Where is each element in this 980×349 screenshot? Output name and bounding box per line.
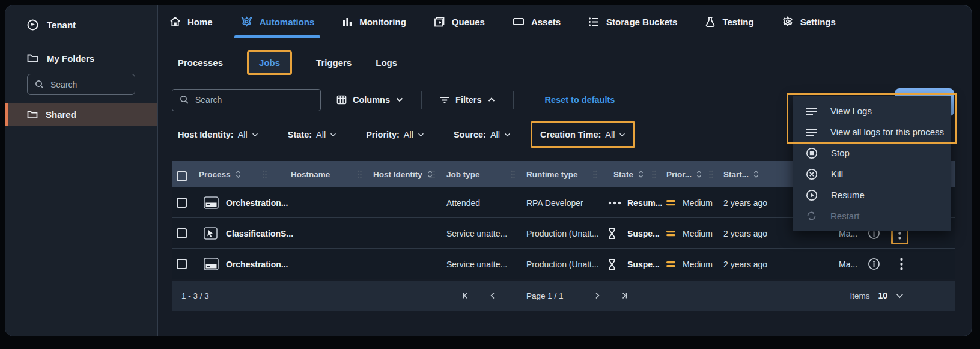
folder-icon xyxy=(27,53,38,63)
toolbar-divider xyxy=(513,91,514,109)
jobs-search-box[interactable] xyxy=(172,89,321,111)
sidebar-item-shared-folder[interactable]: Shared xyxy=(5,103,157,126)
nav-item-monitoring[interactable]: Monitoring xyxy=(342,5,406,38)
column-header-runtime-type[interactable]: Runtime type xyxy=(526,161,578,187)
runtime-type: Production (Unatt... xyxy=(526,218,599,249)
menu-item-view-all-logs[interactable]: View all logs for this process xyxy=(793,121,951,142)
chevron-down-icon xyxy=(619,133,625,137)
process-cursor-icon xyxy=(204,218,218,249)
column-drag-handle[interactable] xyxy=(708,169,714,181)
nav-item-testing[interactable]: Testing xyxy=(705,5,753,38)
search-icon xyxy=(35,80,44,90)
filter-priority[interactable]: Priority: All xyxy=(366,130,424,139)
priority-medium-icon xyxy=(666,249,675,279)
automations-gear-icon xyxy=(240,16,253,28)
table-footer: 1 - 3 / 3 Page 1 / 1 Items 10 xyxy=(172,281,955,311)
chevron-down-icon xyxy=(896,293,904,299)
first-page-button[interactable] xyxy=(462,292,469,299)
job-type: Service unatte... xyxy=(446,218,507,249)
tab-processes[interactable]: Processes xyxy=(178,58,223,68)
top-navigation: Home Automations Monitoring Queues Asset… xyxy=(159,5,972,38)
column-drag-handle[interactable] xyxy=(430,169,436,181)
menu-item-restart[interactable]: Restart xyxy=(793,205,951,226)
sort-icon xyxy=(696,170,702,178)
column-header-state[interactable]: State xyxy=(613,161,644,187)
tab-logs[interactable]: Logs xyxy=(376,58,397,68)
column-header-start-time[interactable]: Start... xyxy=(723,161,759,187)
columns-button[interactable]: Columns xyxy=(336,95,403,105)
nav-item-storage-buckets[interactable]: Storage Buckets xyxy=(588,5,677,38)
filter-value: All xyxy=(404,130,413,139)
menu-item-stop[interactable]: Stop xyxy=(793,142,951,163)
filter-source[interactable]: Source: All xyxy=(454,130,511,139)
select-all-checkbox[interactable] xyxy=(177,171,187,181)
queues-icon xyxy=(434,16,445,28)
info-icon[interactable] xyxy=(868,249,880,279)
kebab-menu-icon[interactable] xyxy=(900,258,903,270)
nav-item-assets[interactable]: Assets xyxy=(513,5,561,38)
next-page-button[interactable] xyxy=(595,292,600,299)
row-checkbox[interactable] xyxy=(177,198,187,208)
row-checkbox[interactable] xyxy=(177,259,187,269)
folder-search-box[interactable] xyxy=(27,74,135,95)
job-type: Service unatte... xyxy=(446,249,507,279)
nav-item-queues[interactable]: Queues xyxy=(434,5,485,38)
nav-label: Monitoring xyxy=(359,17,406,27)
nav-item-home[interactable]: Home xyxy=(169,5,213,38)
column-header-job-type[interactable]: Job type xyxy=(446,161,480,187)
nav-item-settings[interactable]: Settings xyxy=(782,5,836,38)
bar-chart-icon xyxy=(342,17,353,27)
tenant-selector[interactable]: Tenant xyxy=(5,13,157,37)
nav-item-automations[interactable]: Automations xyxy=(240,5,315,38)
chevron-down-icon xyxy=(396,97,403,102)
filter-value: All xyxy=(238,130,248,139)
priority-value: Medium xyxy=(683,218,713,249)
tab-triggers[interactable]: Triggers xyxy=(316,58,352,68)
menu-item-resume[interactable]: Resume xyxy=(793,184,951,205)
jobs-search-input[interactable] xyxy=(195,95,303,105)
chevron-down-icon xyxy=(252,133,258,137)
chevron-down-icon xyxy=(418,133,424,137)
chevron-down-icon xyxy=(330,133,336,137)
start-time: 2 years ago xyxy=(723,187,767,218)
nav-label: Storage Buckets xyxy=(606,17,677,27)
stop-circle-icon xyxy=(806,147,818,159)
process-name: ClassificationS... xyxy=(226,218,293,249)
row-range-label: 1 - 3 / 3 xyxy=(181,281,209,311)
ellipsis-state-icon xyxy=(608,187,621,218)
tab-jobs[interactable]: Jobs xyxy=(247,50,292,75)
column-header-host-identity[interactable]: Host Identity xyxy=(373,161,433,187)
previous-page-button[interactable] xyxy=(490,292,495,299)
sort-icon xyxy=(638,170,644,178)
jobs-toolbar: Columns Filters Reset to defaults xyxy=(159,87,615,112)
priority-medium-icon xyxy=(666,187,675,218)
column-drag-handle[interactable] xyxy=(592,169,598,181)
menu-item-view-logs[interactable]: View Logs xyxy=(793,100,951,121)
sort-icon xyxy=(236,170,241,178)
priority-value: Medium xyxy=(683,187,713,218)
filter-creation-time[interactable]: Creation Time: All xyxy=(531,121,635,148)
column-header-priority[interactable]: Prior... xyxy=(666,161,702,187)
filters-button[interactable]: Filters xyxy=(440,95,495,105)
folder-search-input[interactable] xyxy=(50,80,117,90)
items-per-page-select[interactable]: Items 10 xyxy=(850,281,904,311)
column-drag-handle[interactable] xyxy=(651,169,657,181)
hourglass-icon xyxy=(607,249,617,279)
reset-to-defaults-link[interactable]: Reset to defaults xyxy=(545,95,615,105)
column-header-process[interactable]: Process xyxy=(199,161,241,187)
automations-tabs: Processes Jobs Triggers Logs xyxy=(159,46,397,79)
nav-label: Queues xyxy=(452,17,485,27)
sidebar-item-my-folders[interactable]: My Folders xyxy=(5,47,157,69)
assets-icon xyxy=(513,17,525,26)
table-row[interactable]: Orchestration... Service unatte... Produ… xyxy=(172,249,955,279)
row-checkbox[interactable] xyxy=(177,228,187,238)
menu-item-kill[interactable]: Kill xyxy=(793,163,951,184)
column-drag-handle[interactable] xyxy=(262,169,267,181)
column-drag-handle[interactable] xyxy=(510,169,516,181)
last-page-button[interactable] xyxy=(621,292,628,299)
column-header-hostname[interactable]: Hostname xyxy=(291,161,330,187)
filter-host-identity[interactable]: Host Identity: All xyxy=(178,130,258,139)
flask-icon xyxy=(705,16,716,28)
column-drag-handle[interactable] xyxy=(357,169,362,181)
filter-state[interactable]: State: All xyxy=(288,130,336,139)
